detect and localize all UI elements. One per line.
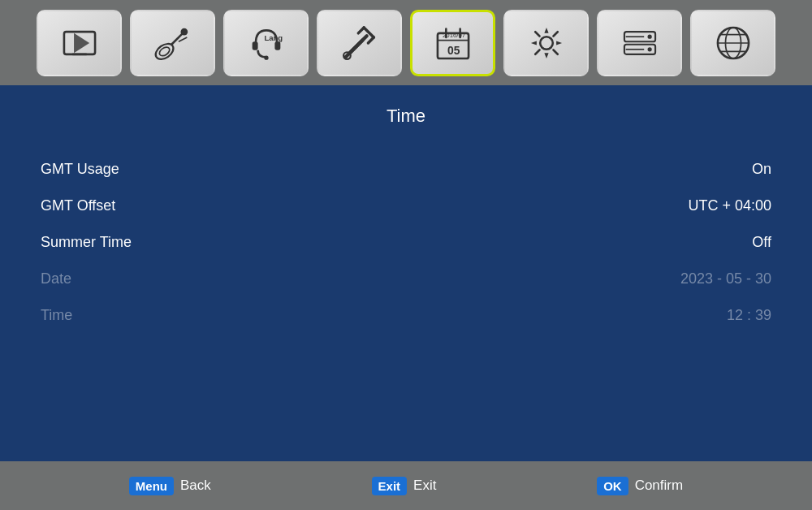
gmt-offset-row: GMT Offset UTC + 04:00 xyxy=(41,188,771,224)
nav-icon-storage[interactable] xyxy=(597,10,682,76)
svg-rect-9 xyxy=(274,41,280,50)
nav-icon-settings[interactable] xyxy=(503,10,589,76)
svg-point-28 xyxy=(647,47,651,51)
nav-icon-tv[interactable] xyxy=(37,10,122,76)
ok-confirm-group[interactable]: OK Confirm xyxy=(597,477,683,495)
exit-group[interactable]: Exit Exit xyxy=(372,477,437,495)
gmt-offset-label: GMT Offset xyxy=(41,197,115,214)
page-title: Time xyxy=(41,106,771,127)
summer-time-value: Off xyxy=(752,234,771,251)
time-row: Time 12 : 39 xyxy=(41,297,771,334)
svg-line-14 xyxy=(368,37,374,43)
ok-badge: OK xyxy=(597,477,628,495)
svg-point-24 xyxy=(540,37,553,50)
svg-point-10 xyxy=(264,55,268,59)
gmt-usage-label: GMT Usage xyxy=(41,161,119,178)
svg-text:Lang: Lang xyxy=(264,32,283,41)
exit-label: Exit xyxy=(413,478,436,494)
svg-marker-1 xyxy=(74,32,89,52)
date-value: 2023 - 05 - 30 xyxy=(680,270,771,287)
summer-time-label: Summer Time xyxy=(41,234,132,251)
time-value: 12 : 39 xyxy=(727,307,771,324)
summer-time-row: Summer Time Off xyxy=(41,224,771,261)
svg-line-16 xyxy=(349,36,366,53)
svg-point-6 xyxy=(180,28,188,35)
menu-back-group[interactable]: Menu Back xyxy=(129,477,211,495)
main-content-area: Time GMT Usage On GMT Offset UTC + 04:00… xyxy=(0,85,812,461)
svg-text:2016/07: 2016/07 xyxy=(443,32,465,39)
svg-line-7 xyxy=(178,37,186,41)
bottom-bar: Menu Back Exit Exit OK Confirm xyxy=(0,461,812,510)
top-navigation-bar: Lang 2016/07 05 xyxy=(0,0,812,85)
gmt-usage-row: GMT Usage On xyxy=(41,151,771,188)
svg-point-27 xyxy=(647,34,651,38)
exit-badge: Exit xyxy=(372,477,408,495)
gmt-offset-value: UTC + 04:00 xyxy=(688,197,771,214)
svg-rect-8 xyxy=(252,41,257,50)
nav-icon-network[interactable] xyxy=(690,10,775,76)
time-label: Time xyxy=(41,307,72,324)
svg-line-13 xyxy=(358,27,364,32)
nav-icon-language[interactable]: Lang xyxy=(223,10,309,76)
svg-text:05: 05 xyxy=(447,43,460,56)
svg-line-5 xyxy=(171,32,183,44)
nav-icon-satellite[interactable] xyxy=(130,10,215,76)
date-label: Date xyxy=(41,270,71,287)
gmt-usage-value: On xyxy=(752,161,771,178)
menu-badge: Menu xyxy=(129,477,174,495)
nav-icon-tools[interactable] xyxy=(317,10,402,76)
ok-confirm-label: Confirm xyxy=(635,478,684,494)
menu-back-label: Back xyxy=(180,478,211,494)
date-row: Date 2023 - 05 - 30 xyxy=(41,261,771,297)
nav-icon-time[interactable]: 2016/07 05 xyxy=(410,10,495,76)
